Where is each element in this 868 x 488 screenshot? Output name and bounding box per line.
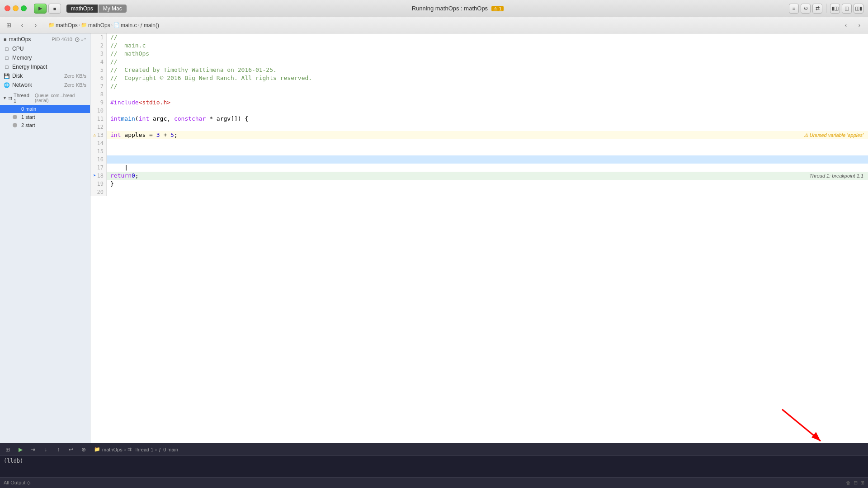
line-code-19[interactable]: } [107, 180, 868, 188]
line-code-13[interactable]: int apples = 3 + 5; [107, 131, 868, 139]
line-number-text: 7 [100, 82, 104, 90]
sidebar-subitem-2start[interactable]: 2 start [0, 121, 90, 129]
code-line-2: 2// main.c [90, 42, 868, 50]
bottom-step-out-button[interactable]: ↑ [53, 445, 63, 455]
bottom-play-button[interactable]: ▶ [15, 445, 25, 455]
line-number-text: 11 [97, 115, 104, 123]
sidebar-inspect-button[interactable]: ⊙ [75, 36, 80, 43]
close-button[interactable] [5, 5, 10, 11]
sidebar-cpu-label: CPU [12, 46, 84, 52]
line-annotation-18: Thread 1: breakpoint 1.1 [809, 172, 863, 180]
line-number-text: 10 [97, 107, 104, 115]
line-code-15[interactable] [107, 147, 868, 155]
sidebar-item-disk[interactable]: 💾 Disk Zero KB/s [0, 71, 90, 80]
sidebar-item-memory[interactable]: □ Memory [0, 53, 90, 62]
code-line-6: 6// Copyright © 2016 Big Nerd Ranch. All… [90, 74, 868, 82]
line-code-6[interactable]: // Copyright © 2016 Big Nerd Ranch. All … [107, 74, 868, 82]
scheme-mymac[interactable]: My Mac [99, 5, 127, 13]
list-view-button[interactable]: ≡ [789, 4, 799, 14]
bottom-toggle-button[interactable]: ⊞ [3, 445, 13, 455]
debug-toolbar-toggle[interactable]: ⊞ [3, 19, 14, 31]
sidebar-subitem-0main[interactable]: 0 main [0, 105, 90, 113]
line-code-20[interactable] [107, 188, 868, 196]
sidebar-project-header[interactable]: ■ mathOps PID 4610 ⊙ ⇌ [0, 34, 90, 44]
history-button[interactable]: ⊙ [801, 4, 811, 14]
bottom-step-in-button[interactable]: ↓ [41, 445, 51, 455]
sidebar-item-energy[interactable]: □ Energy Impact [0, 62, 90, 71]
line-number-13: ⚠13 [90, 131, 107, 139]
hide-inspector-button[interactable]: ◫▮ [854, 4, 863, 14]
maximize-button[interactable] [21, 5, 27, 11]
code-line-14: 14 [90, 139, 868, 147]
line-code-17[interactable]: | [107, 164, 868, 172]
thread1-header[interactable]: ▼ ⇉ Thread 1 Queue: com...hread (serial) [0, 91, 90, 105]
line-number-15: 15 [90, 147, 107, 155]
breakpoint-button[interactable]: ⇄ [812, 4, 822, 14]
code-view[interactable]: 1//2// main.c3// mathOps4//5// Created b… [90, 33, 868, 443]
split-view-button[interactable]: ⊟ [854, 480, 858, 486]
sidebar-subitem-1start[interactable]: 1 start [0, 113, 90, 121]
warning-badge: ⚠ 1 [491, 6, 504, 11]
nav-forward-button[interactable]: › [30, 19, 42, 31]
breakpoint-gutter-icon: ➤ [93, 172, 96, 180]
line-code-11[interactable]: int main(int argc, const char * argv[]) … [107, 115, 868, 123]
line-code-5[interactable]: // Created by Timothy Wattimena on 2016-… [107, 66, 868, 74]
line-code-16[interactable] [107, 155, 868, 164]
line-code-1[interactable]: // [107, 33, 868, 42]
line-code-12[interactable] [107, 123, 868, 131]
line-number-20: 20 [90, 188, 107, 196]
breadcrumb-item-4[interactable]: ƒ main() [140, 22, 159, 28]
line-code-18[interactable]: return 0; [107, 172, 868, 180]
nav-prev-button[interactable]: ‹ [840, 19, 852, 31]
bottom-footer-controls[interactable]: 🗑 ⊟ ⊞ [846, 480, 864, 486]
scheme-tabs: mathOps My Mac [66, 5, 127, 13]
main-content: ■ mathOps PID 4610 ⊙ ⇌ □ CPU □ Memory [0, 33, 868, 443]
expand-button[interactable]: ⊞ [860, 480, 864, 486]
line-number-17: 17 [90, 164, 107, 172]
sidebar-pid: PID 4610 [52, 37, 72, 42]
line-number-7: 7 [90, 82, 107, 90]
hide-sidebar-button[interactable]: ▮◫ [830, 4, 840, 14]
sidebar-more-button[interactable]: ⇌ [81, 36, 86, 43]
line-code-3[interactable]: // mathOps [107, 50, 868, 58]
title-bar-right-controls[interactable]: ≡ ⊙ ⇄ ▮◫ ◫ ◫▮ [789, 4, 863, 14]
sidebar-project-controls[interactable]: ⊙ ⇌ [75, 36, 86, 43]
line-code-9[interactable]: #include <stdio.h> [107, 99, 868, 107]
sidebar-item-cpu[interactable]: □ CPU [0, 44, 90, 53]
line-number-14: 14 [90, 139, 107, 147]
breadcrumb-item-1[interactable]: 📁 mathOps [48, 22, 78, 28]
bottom-location-button[interactable]: ⊕ [79, 445, 89, 455]
line-code-2[interactable]: // main.c [107, 42, 868, 50]
memory-icon: □ [4, 55, 10, 61]
hide-bottom-button[interactable]: ◫ [842, 4, 852, 14]
breadcrumb-bar: 📁 mathOps › 📁 mathOps › 📄 main.c › ƒ mai… [48, 22, 159, 28]
nav-back-button[interactable]: ‹ [16, 19, 28, 31]
clear-console-button[interactable]: 🗑 [846, 480, 851, 486]
line-code-8[interactable] [107, 90, 868, 99]
bottom-breadcrumb: 📁 mathOps › ⇉ Thread 1 › ƒ 0 main [94, 446, 178, 452]
minimize-button[interactable] [13, 5, 19, 11]
bottom-content[interactable]: (lldb) [0, 456, 868, 477]
toolbar-right[interactable]: ‹ › [840, 19, 865, 31]
stop-button[interactable]: ■ [48, 4, 61, 14]
sidebar-item-network[interactable]: 🌐 Network Zero KB/s [0, 80, 90, 89]
run-button[interactable]: ▶ [34, 4, 47, 14]
bottom-bc-main: 0 main [163, 447, 178, 452]
network-icon: 🌐 [4, 82, 10, 88]
line-code-14[interactable] [107, 139, 868, 147]
title-bar: ▶ ■ mathOps My Mac Running mathOps : mat… [0, 0, 868, 17]
window-controls[interactable] [5, 5, 27, 11]
nav-next-button[interactable]: › [854, 19, 865, 31]
breadcrumb-item-3[interactable]: 📄 main.c [113, 22, 137, 28]
sidebar-memory-label: Memory [12, 55, 84, 61]
bottom-step-over-button[interactable]: ⇥ [28, 445, 38, 455]
breadcrumb-item-2[interactable]: 📁 mathOps [81, 22, 110, 28]
line-code-7[interactable]: // [107, 82, 868, 90]
sidebar-label-1start: 1 start [21, 114, 35, 120]
line-number-text: 4 [100, 58, 104, 66]
scheme-mathops[interactable]: mathOps [66, 5, 98, 13]
debug-controls[interactable]: ▶ ■ [34, 4, 61, 14]
line-code-10[interactable] [107, 107, 868, 115]
bottom-return-button[interactable]: ↩ [66, 445, 76, 455]
line-code-4[interactable]: // [107, 58, 868, 66]
